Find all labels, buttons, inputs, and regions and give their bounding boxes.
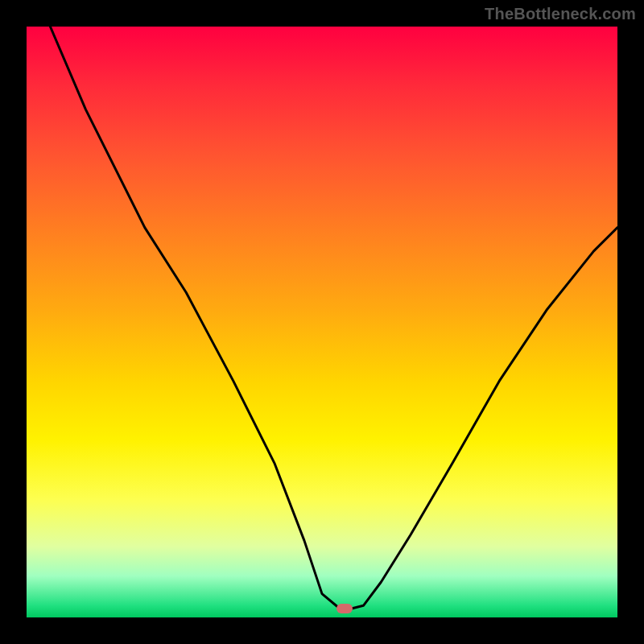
- plot-area: [27, 27, 617, 617]
- minimum-marker: [336, 604, 353, 613]
- bottleneck-curve: [27, 27, 617, 617]
- watermark-text: TheBottleneck.com: [485, 5, 636, 23]
- chart-frame: TheBottleneck.com: [0, 0, 644, 644]
- curve-path: [50, 27, 617, 609]
